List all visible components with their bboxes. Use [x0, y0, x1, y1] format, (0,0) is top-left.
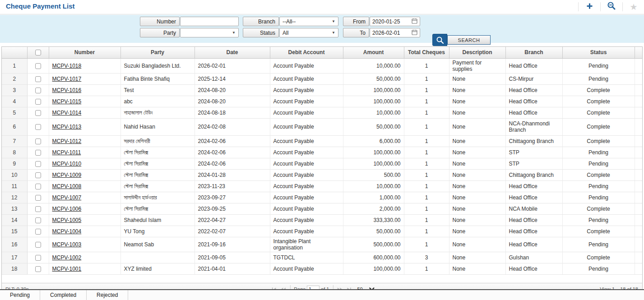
scrollbar-column-cell	[635, 214, 642, 226]
cheque-number-link[interactable]: MCPV-1013	[52, 124, 82, 130]
row-checkbox[interactable]	[35, 195, 41, 201]
cell-cheques: 1	[404, 237, 449, 252]
scrollbar-column-cell	[635, 237, 642, 252]
calendar-icon	[412, 29, 417, 37]
cheque-number-link[interactable]: MCPV-1005	[52, 217, 82, 223]
plus-icon	[586, 2, 593, 12]
cell-status: Complete	[562, 169, 635, 180]
cell-number: MCPV-1013	[49, 118, 120, 135]
cheque-number-link[interactable]: MCPV-1001	[52, 266, 82, 272]
cell-amount: 500.00	[343, 169, 404, 180]
cell-number: MCPV-1010	[49, 158, 120, 169]
cell-branch: Head Office	[505, 58, 562, 73]
row-checkbox[interactable]	[35, 124, 41, 130]
cheque-number-link[interactable]: MCPV-1002	[52, 254, 82, 261]
index-column-header	[2, 47, 27, 58]
cheque-number-link[interactable]: MCPV-1014	[52, 110, 82, 116]
row-checkbox[interactable]	[35, 110, 41, 116]
row-checkbox[interactable]	[35, 150, 41, 156]
row-checkbox[interactable]	[35, 229, 41, 235]
cell-party: সালাউদ্দীন হার্ডওয়ার	[120, 192, 195, 203]
cell-amount: 50,000.00	[343, 118, 404, 135]
cell-description: None	[449, 107, 505, 118]
row-index: 2	[2, 73, 27, 84]
cell-branch: Chittagong Branch	[505, 169, 562, 180]
party-select[interactable]: ▼	[180, 28, 239, 37]
cell-date: 2024-08-18	[195, 107, 270, 118]
cell-amount: 100,000.00	[343, 263, 404, 274]
row-checkbox[interactable]	[35, 172, 41, 178]
cell-debit: Account Payable	[270, 203, 343, 214]
select-all-checkbox[interactable]	[35, 50, 41, 55]
tab-pending[interactable]: Pending	[0, 290, 40, 300]
row-checkbox[interactable]	[35, 206, 41, 212]
cheque-number-link[interactable]: MCPV-1010	[52, 161, 82, 167]
row-checkbox-cell	[27, 226, 49, 237]
cell-debit: Account Payable	[270, 147, 343, 158]
cell-status: Complete	[562, 203, 635, 214]
cell-party: abc	[120, 96, 195, 107]
from-date-field[interactable]: 2020-01-25	[370, 17, 420, 26]
party-label: Party	[140, 28, 180, 37]
column-header-party: Party	[120, 47, 195, 58]
cell-number: MCPV-1017	[49, 73, 120, 84]
row-index: 3	[2, 84, 27, 96]
table-row: 13MCPV-1006স্টেলা সিরামিক্স2023-09-25Acc…	[2, 203, 642, 214]
row-checkbox[interactable]	[35, 138, 41, 144]
cell-party: শাহাজালাল টেডিং	[120, 107, 195, 118]
cheque-number-link[interactable]: MCPV-1003	[52, 241, 82, 248]
cheque-number-link[interactable]: MCPV-1015	[52, 98, 82, 105]
to-date-field[interactable]: 2026-02-01	[370, 28, 420, 37]
row-checkbox[interactable]	[35, 88, 41, 93]
number-label: Number	[140, 17, 180, 26]
cell-amount: 50,000.00	[343, 73, 404, 84]
row-checkbox[interactable]	[35, 266, 41, 272]
cheque-number-link[interactable]: MCPV-1018	[52, 63, 82, 69]
row-checkbox[interactable]	[35, 76, 41, 82]
row-checkbox[interactable]	[35, 99, 41, 105]
branch-select[interactable]: --All-- ▼	[279, 17, 338, 26]
table-row: 10MCPV-1009স্টেলা সিরামিক্স2024-01-28Acc…	[2, 169, 642, 180]
row-checkbox[interactable]	[35, 161, 41, 167]
row-checkbox[interactable]	[35, 255, 41, 261]
column-header-total-cheques: Total Cheques	[404, 47, 449, 58]
search-button[interactable]: SEARCH	[432, 34, 491, 46]
row-checkbox[interactable]	[35, 217, 41, 223]
row-checkbox[interactable]	[35, 184, 41, 189]
scrollbar-column-cell	[635, 226, 642, 237]
row-checkbox[interactable]	[35, 63, 41, 69]
tab-rejected[interactable]: Rejected	[87, 290, 128, 300]
titlebar: Cheque Payment List ★	[0, 0, 644, 14]
cell-amount: 10,000.00	[343, 58, 404, 73]
cell-amount: 50,000.00	[343, 226, 404, 237]
favorite-button[interactable]: ★	[628, 1, 639, 12]
cell-date: 2022-04-27	[195, 214, 270, 226]
tab-completed[interactable]: Completed	[40, 290, 87, 300]
cheque-number-link[interactable]: MCPV-1011	[52, 149, 81, 156]
cell-party: স্টেলা সিরামিক্স	[120, 180, 195, 192]
divider	[600, 2, 601, 11]
cell-branch: Gulshan	[505, 252, 562, 263]
cell-debit: Account Payable	[270, 118, 343, 135]
table-row: 12MCPV-1007সালাউদ্দীন হার্ডওয়ার2023-09-…	[2, 192, 642, 203]
zoom-out-button[interactable]	[606, 1, 617, 12]
cheque-number-link[interactable]: MCPV-1016	[52, 87, 82, 93]
cheque-number-link[interactable]: MCPV-1012	[52, 138, 82, 144]
row-checkbox[interactable]	[35, 242, 41, 248]
cell-amount: 600,000.00	[343, 252, 404, 263]
cheque-number-link[interactable]: MCPV-1007	[52, 194, 82, 201]
cell-date: 2023-09-25	[195, 203, 270, 214]
cheque-number-link[interactable]: MCPV-1008	[52, 183, 82, 189]
cheque-number-link[interactable]: MCPV-1009	[52, 172, 82, 178]
cheque-number-link[interactable]: MCPV-1004	[52, 228, 82, 235]
cell-number: MCPV-1001	[49, 263, 120, 274]
cell-debit: Account Payable	[270, 84, 343, 96]
number-input[interactable]	[180, 17, 239, 26]
chevron-down-icon: ▼	[232, 31, 236, 35]
status-select[interactable]: All ▼	[279, 28, 338, 37]
cell-cheques: 1	[404, 226, 449, 237]
add-button[interactable]	[584, 1, 595, 12]
cheque-number-link[interactable]: MCPV-1017	[52, 76, 82, 82]
chevron-down-icon: ▼	[332, 31, 335, 35]
cheque-number-link[interactable]: MCPV-1006	[52, 206, 82, 212]
